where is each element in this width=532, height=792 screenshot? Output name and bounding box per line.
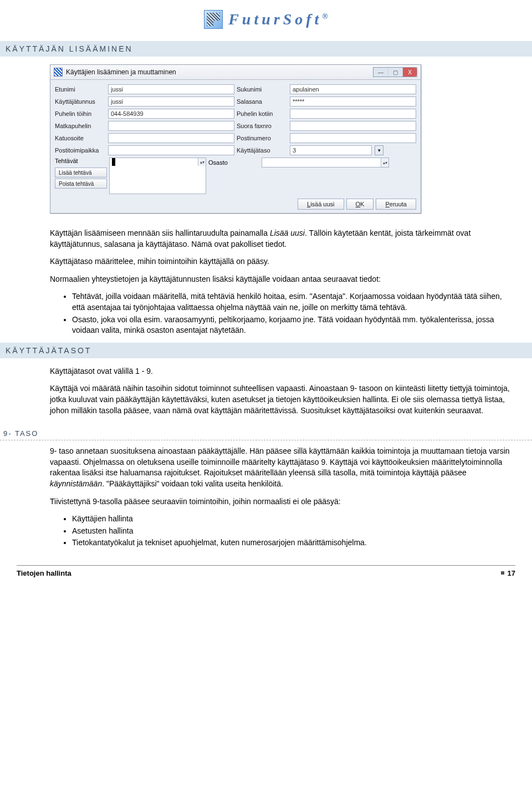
paragraph: Käyttäjän lisäämiseen mennään siis halli… — [0, 228, 532, 250]
label-street: Katuosoite — [55, 135, 105, 141]
input-street[interactable] — [108, 133, 234, 143]
label-firstname: Etunimi — [55, 86, 105, 93]
remove-task-button[interactable]: Poista tehtävä — [55, 179, 107, 189]
input-mobile[interactable] — [108, 121, 234, 131]
level-dropdown-icon[interactable]: ▾ — [375, 145, 383, 155]
window-titlebar: Käyttäjien lisääminen ja muuttaminen — ▢… — [50, 65, 421, 80]
label-level: Käyttäjätaso — [237, 147, 287, 154]
brand-header: FuturSoft® — [0, 0, 532, 35]
maximize-button[interactable]: ▢ — [388, 68, 402, 77]
window-title: Käyttäjien lisääminen ja muuttaminen — [66, 68, 370, 76]
label-homephone: Puhelin kotiin — [237, 110, 287, 117]
brand-logo-icon — [204, 10, 223, 29]
input-workphone[interactable] — [108, 109, 234, 119]
page-footer: Tietojen hallinta 17 — [17, 565, 515, 577]
tasks-cursor-icon — [112, 158, 115, 166]
label-password: Salasana — [237, 98, 287, 105]
label-city: Postitoimipaikka — [55, 147, 105, 154]
input-lastname[interactable] — [290, 84, 416, 94]
user-form-window: Käyttäjien lisääminen ja muuttaminen — ▢… — [50, 64, 421, 214]
dept-listbox[interactable]: ▴▾ — [262, 158, 389, 167]
label-mobile: Matkapuhelin — [55, 123, 105, 129]
minimize-button[interactable]: — — [374, 68, 388, 77]
dept-spinner-icon[interactable]: ▴▾ — [381, 158, 388, 167]
heading-level9: 9- TASO — [0, 427, 532, 440]
tasks-listbox[interactable]: ▴▾ — [109, 158, 206, 194]
window-controls: — ▢ X — [373, 67, 417, 77]
label-username: Käyttäjätunnus — [55, 98, 105, 105]
list-item: Tietokantatyökalut ja tekniset apuohjelm… — [72, 537, 532, 549]
paragraph: Tiivistettynä 9-tasolla pääsee seuraavii… — [0, 496, 532, 507]
label-tasks: Tehtävät — [55, 158, 107, 164]
label-postcode: Postinumero — [237, 135, 287, 141]
list-item: Osasto, joka voi olla esim. varaosamyynt… — [72, 314, 532, 336]
brand-name: FuturSoft® — [228, 11, 328, 28]
window-footer-buttons: Lisää uusi OK Peruuta — [298, 199, 416, 210]
ok-button[interactable]: OK — [346, 199, 374, 210]
add-new-button[interactable]: Lisää uusi — [298, 199, 344, 210]
input-username[interactable] — [108, 97, 234, 106]
label-workphone: Puhelin töihin — [55, 110, 105, 117]
input-fax[interactable] — [290, 121, 416, 131]
cancel-button[interactable]: Peruuta — [376, 199, 416, 210]
label-fax: Suora faxnro — [237, 123, 287, 129]
footer-section: Tietojen hallinta — [17, 569, 71, 577]
label-lastname: Sukunimi — [237, 86, 287, 93]
list-item: Asetusten hallinta — [72, 526, 532, 537]
label-dept: Osasto — [208, 159, 258, 166]
add-task-button[interactable]: Lisää tehtävä — [55, 167, 107, 177]
footer-page: 17 — [501, 569, 515, 577]
list-item: Tehtävät, joilla voidaan määritellä, mit… — [72, 291, 532, 313]
tasks-spinner-icon[interactable]: ▴▾ — [198, 158, 206, 166]
input-level[interactable] — [290, 145, 372, 155]
input-firstname[interactable] — [108, 84, 234, 94]
bullet-list: Tehtävät, joilla voidaan määritellä, mit… — [0, 291, 532, 336]
input-postcode[interactable] — [290, 133, 416, 143]
window-icon — [54, 68, 63, 77]
input-password[interactable] — [290, 97, 416, 106]
paragraph: Käyttäjä voi määrätä näihin tasoihin sid… — [0, 383, 532, 416]
page-dot-icon — [501, 571, 504, 575]
heading-add-user: KÄYTTÄJÄN LISÄÄMINEN — [0, 41, 532, 57]
input-homephone[interactable] — [290, 109, 416, 119]
window-body: Etunimi Sukunimi Käyttäjätunnus Salasana… — [50, 80, 421, 213]
bullet-list: Käyttäjien hallinta Asetusten hallinta T… — [0, 514, 532, 549]
heading-levels: KÄYTTÄJÄTASOT — [0, 343, 532, 358]
paragraph: 9- taso annetaan suosituksena ainoastaan… — [0, 446, 532, 489]
list-item: Käyttäjien hallinta — [72, 514, 532, 525]
paragraph: Käyttäjätaso määrittelee, mihin toiminto… — [0, 256, 532, 267]
paragraph: Käyttäjätasot ovat välillä 1 - 9. — [0, 366, 532, 377]
input-city[interactable] — [108, 145, 234, 155]
close-button[interactable]: X — [402, 68, 417, 77]
paragraph: Normaalien yhteystietojen ja käyttäjätun… — [0, 274, 532, 285]
